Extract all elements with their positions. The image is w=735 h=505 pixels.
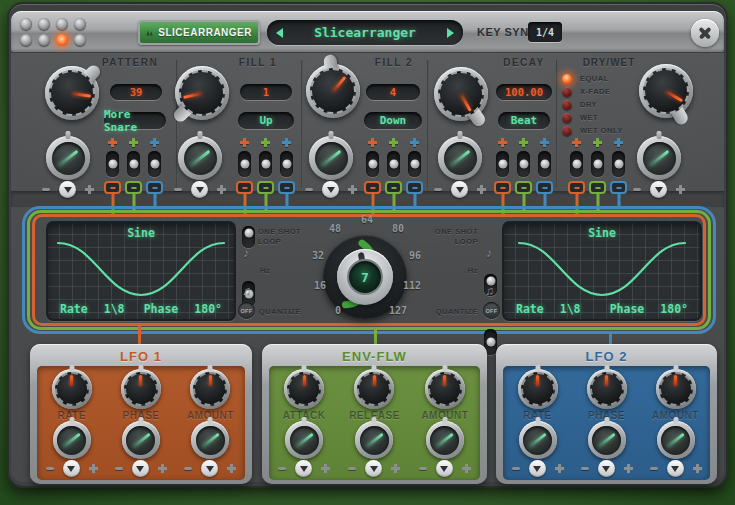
drywet-option[interactable]: X-FADE	[562, 86, 611, 97]
lfo2-rate-fine-knob[interactable]	[519, 421, 557, 459]
lfo2-phase-knob[interactable]	[587, 369, 627, 409]
lfo1-phase-fine-knob[interactable]	[122, 421, 160, 459]
dropdown-button[interactable]	[365, 460, 382, 477]
lfo1-amount-fine-knob[interactable]	[191, 421, 229, 459]
fill2-knob[interactable]	[306, 64, 360, 118]
mod-toggle[interactable]	[408, 151, 421, 177]
dropdown-button[interactable]	[598, 460, 615, 477]
phase-value[interactable]: 180°	[660, 302, 688, 316]
drywet-option[interactable]: WET	[562, 112, 598, 123]
rate-value[interactable]: 1\8	[104, 302, 125, 316]
decay-fine-knob[interactable]	[438, 136, 482, 180]
note-icon: ♪	[486, 246, 492, 260]
note-icon: ♪	[243, 246, 249, 260]
knob-needle	[303, 375, 306, 386]
envflw-attack-fine-knob[interactable]	[285, 421, 323, 459]
mod-toggle[interactable]	[148, 151, 161, 177]
mod-toggle[interactable]	[106, 151, 119, 177]
lfo1-rate-fine-knob[interactable]	[53, 421, 91, 459]
mod-toggle[interactable]	[387, 151, 400, 177]
center-knob[interactable]: 7	[337, 249, 393, 305]
preset-name[interactable]: Slicearranger	[314, 25, 416, 40]
pattern-value[interactable]: 39	[110, 84, 162, 100]
minus-icon	[633, 188, 641, 191]
fill1-fine-knob[interactable]	[178, 136, 222, 180]
plus-icon	[391, 464, 400, 473]
envflw-attack-knob[interactable]	[284, 369, 324, 409]
mod-toggle[interactable]	[538, 151, 551, 177]
dropdown-button[interactable]	[529, 460, 546, 477]
dropdown-button[interactable]	[59, 181, 76, 198]
mod-toggle[interactable]	[496, 151, 509, 177]
dropdown-button[interactable]	[322, 181, 339, 198]
mod-toggle[interactable]	[127, 151, 140, 177]
lfo1-phase-knob[interactable]	[121, 369, 161, 409]
fill1-knob[interactable]	[175, 66, 229, 120]
lfo2-amount-knob[interactable]	[656, 369, 696, 409]
mod-toggle[interactable]	[591, 151, 604, 177]
dropdown-button[interactable]	[295, 460, 312, 477]
mod-pin-icon	[385, 181, 402, 194]
phase-value[interactable]: 180°	[194, 302, 222, 316]
pattern-fine-knob[interactable]	[46, 136, 90, 180]
dropdown-button[interactable]	[191, 181, 208, 198]
pattern-knob[interactable]	[45, 66, 99, 120]
dropdown-button[interactable]	[667, 460, 684, 477]
plus-icon	[676, 185, 685, 194]
knob-needle	[70, 375, 73, 386]
pattern-mode-button[interactable]: More Snare	[104, 112, 166, 129]
plus-icon	[85, 185, 94, 194]
dropdown-button[interactable]	[451, 181, 468, 198]
key-sync-value[interactable]: 1/4	[528, 22, 562, 42]
fill2-mode-button[interactable]: Down	[364, 112, 422, 129]
lfo1-amount-knob[interactable]	[190, 369, 230, 409]
drywet-option[interactable]: EQUAL	[562, 73, 609, 84]
lfo1-rate-knob[interactable]	[52, 369, 92, 409]
lfo2-rate-knob[interactable]	[518, 369, 558, 409]
quantize-off-button[interactable]: OFF	[238, 302, 255, 319]
drywet-fine-knob[interactable]	[637, 136, 681, 180]
drywet-knob[interactable]	[639, 64, 693, 118]
close-button[interactable]	[691, 19, 719, 47]
mod-toggle[interactable]	[259, 151, 272, 177]
fill2-fine-knob[interactable]	[309, 136, 353, 180]
dropdown-button[interactable]	[436, 460, 453, 477]
preset-selector[interactable]: Slicearranger	[267, 20, 463, 45]
decay-mode-button[interactable]: Beat	[498, 112, 550, 129]
one-shot-label: ONE SHOT	[258, 227, 301, 236]
mod-toggle[interactable]	[280, 151, 293, 177]
rate-value[interactable]: 1\8	[560, 302, 581, 316]
quantize-off-button[interactable]: OFF	[483, 302, 500, 319]
lfo2-phase-fine-knob[interactable]	[588, 421, 626, 459]
knob-needle	[201, 432, 219, 447]
fill1-mode-button[interactable]: Up	[238, 112, 294, 129]
fill2-value[interactable]: 4	[366, 84, 420, 100]
mod-toggle[interactable]	[612, 151, 625, 177]
envflw-release-knob[interactable]	[354, 369, 394, 409]
knob-needle	[443, 375, 446, 386]
screw-icon	[38, 34, 50, 46]
drywet-option[interactable]: DRY	[562, 99, 597, 110]
mod-toggle[interactable]	[517, 151, 530, 177]
minus-icon	[650, 467, 658, 470]
mod-toggle[interactable]	[570, 151, 583, 177]
envflw-release-fine-knob[interactable]	[355, 421, 393, 459]
prev-preset-icon[interactable]	[276, 28, 283, 38]
dropdown-button[interactable]	[201, 460, 218, 477]
next-preset-icon[interactable]	[447, 28, 454, 38]
envflw-amount-knob[interactable]	[425, 369, 465, 409]
decay-value[interactable]: 100.00	[496, 84, 552, 100]
dropdown-button[interactable]	[63, 460, 80, 477]
envflw-amount-fine-knob[interactable]	[426, 421, 464, 459]
decay-knob[interactable]	[434, 67, 488, 121]
fill1-value[interactable]: 1	[240, 84, 292, 100]
lfo2-amount-fine-knob[interactable]	[657, 421, 695, 459]
dropdown-button[interactable]	[132, 460, 149, 477]
mod-toggle[interactable]	[238, 151, 251, 177]
dropdown-button[interactable]	[650, 181, 667, 198]
knob-needle	[666, 432, 684, 447]
drywet-fine-unit	[631, 136, 687, 198]
mod-toggle[interactable]	[366, 151, 379, 177]
one-shot-loop-toggle[interactable]	[242, 226, 255, 248]
drywet-option[interactable]: WET ONLY	[562, 125, 623, 136]
